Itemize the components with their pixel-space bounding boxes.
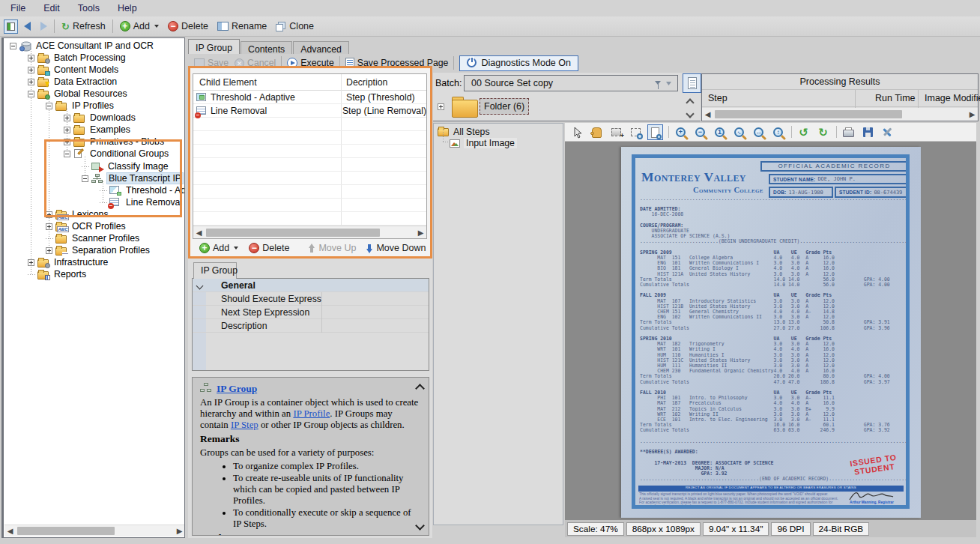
expand-icon[interactable]	[46, 223, 52, 230]
tree-item-conditional-groups[interactable]: Conditional Groups	[64, 148, 170, 160]
property-row[interactable]: Description	[193, 319, 429, 333]
zoom-fit-height-icon[interactable]: ↕	[770, 124, 786, 140]
tree-item-primatives-blobs[interactable]: Primatives - Blobs	[64, 136, 166, 148]
scroll-left-icon[interactable]: ◀	[4, 525, 16, 537]
view-document-button[interactable]	[683, 73, 701, 93]
expand-icon[interactable]	[64, 139, 70, 145]
move-down-button[interactable]: Move Down	[360, 241, 430, 255]
menu-tools[interactable]: Tools	[78, 3, 100, 13]
table-scroll-thumb[interactable]	[206, 229, 380, 237]
collapse-icon[interactable]	[64, 151, 70, 157]
delete-button[interactable]: −Delete	[163, 19, 213, 33]
add-button[interactable]: +Add	[115, 19, 163, 33]
collapse-icon[interactable]	[82, 175, 88, 182]
select-region-icon[interactable]: +	[608, 124, 624, 140]
tree-item-infrastructure[interactable]: Infrastructure	[28, 256, 109, 268]
property-group-general[interactable]: General	[193, 279, 429, 292]
expand-icon[interactable]	[46, 247, 52, 254]
list-add-button[interactable]: +Add	[195, 241, 243, 255]
menu-help[interactable]: Help	[118, 3, 137, 13]
tab-ip-group[interactable]: IP Group	[188, 39, 240, 54]
column-decription[interactable]: Decription	[346, 77, 387, 88]
help-scroll-up-icon[interactable]	[415, 384, 425, 390]
results-horizontal-scrollbar[interactable]: ◀ ▶	[702, 108, 978, 121]
column-run-time[interactable]: Run Time	[875, 93, 916, 103]
tree-item-threshold-adaptive[interactable]: Threshold - Adaptive	[100, 184, 185, 196]
property-tab[interactable]: IP Group	[193, 262, 237, 279]
child-element-row[interactable]: Threshold - AdaptiveStep (Threshold)	[193, 91, 426, 104]
zoom-selection-icon[interactable]	[628, 124, 644, 140]
tree-item-data-extraction[interactable]: Data Extraction	[28, 76, 118, 88]
all-steps-root[interactable]: All Steps	[438, 127, 490, 137]
collapse-icon[interactable]	[196, 283, 202, 289]
expand-icon[interactable]	[64, 115, 70, 121]
collapse-icon[interactable]	[10, 43, 16, 49]
menu-edit[interactable]: Edit	[43, 3, 60, 13]
tree-item-content-models[interactable]: Content Models	[28, 64, 120, 76]
hand-icon[interactable]	[589, 124, 605, 140]
rotate-right-icon[interactable]: ↻	[815, 124, 831, 140]
print-icon[interactable]	[841, 124, 856, 140]
scroll-right-icon[interactable]: ▶	[967, 109, 978, 120]
tab-contents[interactable]: Contents	[241, 41, 292, 54]
tree-item-separation-profiles[interactable]: Separation Profiles	[46, 244, 151, 256]
tree-item-line-removal[interactable]: −Line Removal	[100, 196, 184, 208]
list-delete-button[interactable]: −Delete	[244, 241, 294, 255]
save-icon[interactable]	[860, 124, 876, 140]
settings-icon[interactable]	[880, 124, 895, 140]
zoom-fit-icon[interactable]: ↔	[731, 124, 747, 140]
tree-scroll-thumb[interactable]	[17, 527, 115, 535]
move-up-button[interactable]: Move Up	[303, 241, 360, 255]
tree-horizontal-scrollbar[interactable]: ◀ ▶	[4, 525, 185, 537]
tab-advanced[interactable]: Advanced	[293, 41, 349, 54]
input-image-item[interactable]: Input Image	[450, 138, 517, 148]
scroll-left-icon[interactable]: ◀	[193, 227, 205, 238]
tree-item-blue-transcript-ip[interactable]: Blue Transcript IP	[82, 172, 184, 184]
pointer-icon[interactable]	[569, 124, 585, 140]
folder-expander-icon[interactable]	[438, 103, 444, 110]
expand-icon[interactable]	[28, 79, 34, 85]
refresh-button[interactable]: ↻Refresh	[57, 19, 110, 34]
back-icon[interactable]	[24, 22, 31, 31]
tree-item-global-resources[interactable]: Global Resources	[28, 88, 129, 100]
tree-item-scanner-profiles[interactable]: Scanner Profiles	[46, 232, 141, 244]
diagnostics-mode-button[interactable]: Diagnostics Mode On	[459, 55, 578, 71]
zoom-actual-icon[interactable]: 1	[712, 124, 728, 140]
column-step[interactable]: Step	[708, 93, 728, 103]
menu-file[interactable]: File	[10, 3, 25, 13]
zoom-page-icon[interactable]	[647, 124, 663, 140]
tree-item-classify-image[interactable]: Classify Image	[82, 160, 170, 172]
forward-icon[interactable]	[40, 22, 47, 31]
scroll-left-icon[interactable]: ◀	[702, 109, 713, 120]
tree-item-ace-consultant-ip-and-ocr[interactable]: ACE Consultant IP and OCR	[10, 40, 155, 52]
property-row[interactable]: Next Step Expression	[193, 306, 429, 319]
expand-icon[interactable]	[64, 127, 70, 133]
collapse-icon[interactable]	[46, 103, 52, 109]
scroll-right-icon[interactable]: ▶	[415, 227, 426, 238]
tree-item-batch-processing[interactable]: Batch Processing	[28, 52, 127, 64]
rename-button[interactable]: Rename	[213, 19, 271, 33]
scroll-right-icon[interactable]: ▶	[174, 525, 185, 537]
clone-button[interactable]: Clone	[271, 19, 318, 33]
zoom-fit-width-icon[interactable]: ↔	[751, 124, 766, 140]
batch-combobox[interactable]: 00 Source Set copy	[464, 75, 678, 91]
folder-item[interactable]: Folder (6)	[480, 98, 529, 115]
expand-icon[interactable]	[28, 259, 34, 266]
help-scroll-down-icon[interactable]	[415, 523, 425, 529]
tree-item-ocr-profiles[interactable]: ABCOCR Profiles	[46, 220, 127, 232]
expand-icon[interactable]	[28, 67, 34, 73]
tree-item-lexicons[interactable]: ABCLexicons	[46, 208, 110, 220]
property-row[interactable]: Should Execute Express	[193, 292, 429, 306]
help-link[interactable]: IP Step	[231, 420, 258, 430]
zoom-in-icon[interactable]: +	[673, 124, 689, 140]
expand-icon[interactable]	[28, 55, 34, 61]
tree-item-reports[interactable]: Reports	[28, 268, 88, 280]
help-link[interactable]: IP Profile	[293, 408, 330, 419]
column-image-modified[interactable]: Image Modified	[925, 93, 980, 103]
scroll-down-button[interactable]	[683, 108, 697, 121]
results-scroll-thumb[interactable]	[715, 110, 902, 118]
collapse-icon[interactable]	[28, 91, 34, 97]
help-title-link[interactable]: IP Group	[217, 383, 257, 394]
rotate-left-icon[interactable]: ↺	[796, 124, 811, 140]
expand-icon[interactable]	[46, 211, 52, 218]
